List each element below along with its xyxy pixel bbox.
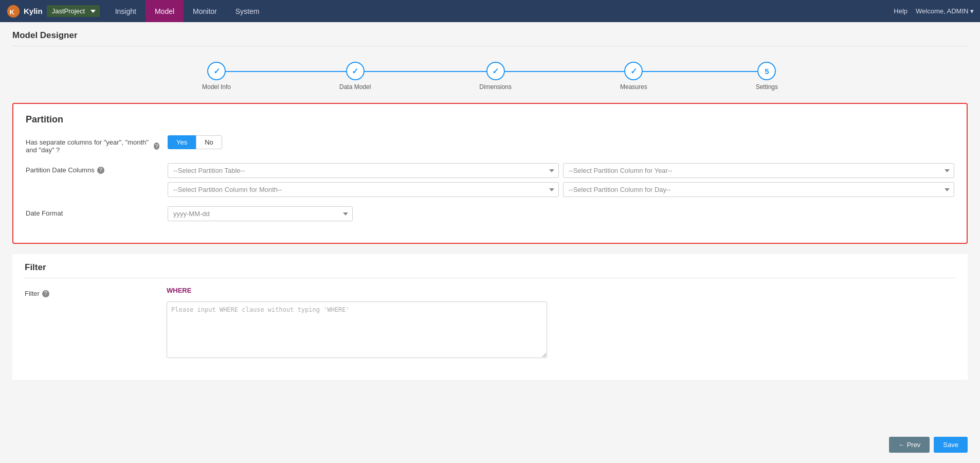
separate-columns-controls: Yes No xyxy=(168,135,954,149)
partition-date-controls: --Select Partition Table-- --Select Part… xyxy=(168,163,954,197)
step-circle-4: ✓ xyxy=(624,62,643,80)
page-title: Model Designer xyxy=(12,30,968,46)
footer-actions: ← Prev Save xyxy=(889,437,968,453)
partition-date-info-icon[interactable]: ? xyxy=(97,167,104,174)
step-circle-1: ✓ xyxy=(207,62,226,80)
filter-row: Filter ? WHERE xyxy=(25,287,955,358)
page-container: Model Designer ✓ Model Info ✓ Data Model… xyxy=(0,22,980,463)
step-circle-5: 5 xyxy=(757,62,776,80)
date-format-select[interactable]: yyyy-MM-dd xyxy=(168,206,353,221)
partition-title: Partition xyxy=(26,114,954,125)
partition-day-select[interactable]: --Select Partition Column for Day-- xyxy=(563,182,954,197)
nav-monitor[interactable]: Monitor xyxy=(184,0,226,22)
filter-textarea[interactable] xyxy=(167,301,547,358)
step-settings: 5 Settings xyxy=(756,62,778,91)
date-format-row: Date Format yyyy-MM-dd xyxy=(26,206,954,221)
partition-date-columns-row: Partition Date Columns ? --Select Partit… xyxy=(26,163,954,197)
step-measures: ✓ Measures xyxy=(620,62,647,91)
nav-insight[interactable]: Insight xyxy=(106,0,146,22)
separate-columns-row: Has separate columns for "year", "month"… xyxy=(26,135,954,154)
step-dimensions: ✓ Dimensions xyxy=(479,62,512,91)
prev-button[interactable]: ← Prev xyxy=(889,437,930,453)
date-format-controls: yyyy-MM-dd xyxy=(168,206,954,221)
separate-columns-label: Has separate columns for "year", "month"… xyxy=(26,135,159,154)
filter-section: Filter Filter ? WHERE xyxy=(12,254,968,380)
nav-system[interactable]: System xyxy=(226,0,269,22)
toggle-group: Yes No xyxy=(168,135,954,149)
filter-controls: WHERE xyxy=(167,287,955,358)
where-label: WHERE xyxy=(167,287,955,294)
separate-columns-info-icon[interactable]: ? xyxy=(154,143,159,150)
welcome-label: Welcome, ADMIN ▾ xyxy=(916,7,974,15)
svg-text:K: K xyxy=(10,8,15,15)
save-button[interactable]: Save xyxy=(934,437,968,453)
filter-info-icon[interactable]: ? xyxy=(42,290,49,297)
nav-links: Insight Model Monitor System xyxy=(106,0,269,22)
step-label-4: Measures xyxy=(620,83,647,91)
navbar: K Kylin JastProject Insight Model Monito… xyxy=(0,0,980,22)
partition-month-select[interactable]: --Select Partition Column for Month-- xyxy=(168,182,559,197)
step-circle-2: ✓ xyxy=(346,62,365,80)
brand: K Kylin xyxy=(6,4,43,19)
step-data-model: ✓ Data Model xyxy=(339,62,371,91)
partition-date-columns-label: Partition Date Columns ? xyxy=(26,163,159,174)
filter-label: Filter ? xyxy=(25,287,158,297)
help-button[interactable]: Help xyxy=(894,7,908,15)
step-label-1: Model Info xyxy=(202,83,231,91)
partition-section: Partition Has separate columns for "year… xyxy=(12,103,968,244)
date-format-label: Date Format xyxy=(26,206,159,217)
brand-label: Kylin xyxy=(24,7,43,15)
step-label-2: Data Model xyxy=(339,83,371,91)
toggle-yes-button[interactable]: Yes xyxy=(168,135,196,149)
step-model-info: ✓ Model Info xyxy=(202,62,231,91)
kylin-logo-icon: K xyxy=(6,4,21,19)
step-circle-3: ✓ xyxy=(486,62,505,80)
partition-select-row-1: --Select Partition Table-- --Select Part… xyxy=(168,163,954,178)
step-label-5: Settings xyxy=(756,83,778,91)
nav-model[interactable]: Model xyxy=(146,0,184,22)
filter-section-title: Filter xyxy=(25,262,955,278)
project-dropdown[interactable]: JastProject xyxy=(47,5,100,17)
stepper: ✓ Model Info ✓ Data Model ✓ Dimensions ✓… xyxy=(182,57,798,91)
step-label-3: Dimensions xyxy=(479,83,512,91)
partition-table-select[interactable]: --Select Partition Table-- xyxy=(168,163,559,178)
partition-year-select[interactable]: --Select Partition Column for Year-- xyxy=(563,163,954,178)
nav-right: Help Welcome, ADMIN ▾ xyxy=(894,7,974,15)
toggle-no-button[interactable]: No xyxy=(196,135,222,149)
partition-select-row-2: --Select Partition Column for Month-- --… xyxy=(168,182,954,197)
